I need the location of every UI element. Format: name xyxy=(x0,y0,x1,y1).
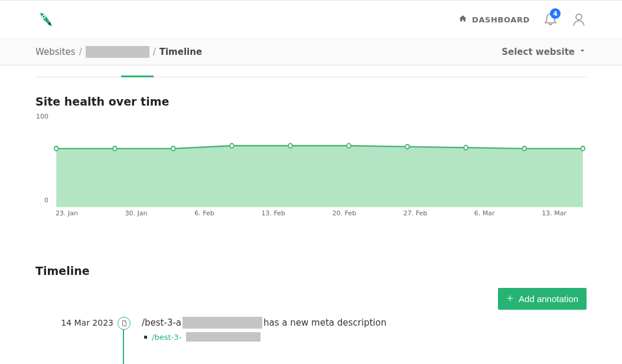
y-tick-bottom: 0 xyxy=(33,196,48,204)
x-tick: 23. Jan xyxy=(56,209,78,217)
svg-point-6 xyxy=(230,143,234,147)
chevron-down-icon xyxy=(578,47,587,57)
redacted-text xyxy=(183,317,262,329)
timeline-dot xyxy=(118,317,131,330)
sub-bar: Websites / / Timeline Select website xyxy=(0,39,622,65)
svg-point-10 xyxy=(464,146,468,150)
redacted-text xyxy=(186,332,260,342)
top-bar: DASHBOARD 4 xyxy=(0,0,622,39)
chart-title: Site health over time xyxy=(35,95,587,108)
svg-point-2 xyxy=(576,14,582,20)
breadcrumb: Websites / / Timeline xyxy=(35,46,202,58)
active-tab-indicator xyxy=(121,76,154,77)
timeline-date: 14 Mar 2023 xyxy=(37,318,113,327)
breadcrumb-site-redacted[interactable] xyxy=(86,46,149,58)
x-tick: 6. Mar xyxy=(474,209,495,217)
x-tick: 30. Jan xyxy=(125,209,148,217)
nav-dashboard[interactable]: DASHBOARD xyxy=(458,14,530,25)
x-tick: 13. Mar xyxy=(542,209,566,217)
x-tick: 20. Feb xyxy=(333,209,356,217)
app-logo[interactable] xyxy=(35,9,57,30)
breadcrumb-separator: / xyxy=(79,47,82,57)
chart-canvas xyxy=(35,113,587,207)
svg-point-5 xyxy=(171,146,175,150)
plus-icon xyxy=(506,294,514,304)
breadcrumb-leaf: Timeline xyxy=(159,47,202,57)
site-health-chart: 100 0 23. Jan30. Jan6. Feb13. Feb20. Feb… xyxy=(35,113,587,217)
home-icon xyxy=(458,14,467,25)
y-tick-top: 100 xyxy=(33,113,48,120)
timeline-entry: 14 Mar 2023 /best-3-a has a new meta des… xyxy=(124,317,587,342)
nav-dashboard-label: DASHBOARD xyxy=(472,15,530,24)
timeline-title: Timeline xyxy=(35,264,90,277)
add-annotation-label: Add annotation xyxy=(519,294,578,304)
user-menu[interactable] xyxy=(571,12,587,27)
select-website-label: Select website xyxy=(501,47,575,57)
svg-point-7 xyxy=(288,143,292,147)
timeline-entry-title[interactable]: /best-3-a has a new meta description xyxy=(142,317,587,329)
svg-point-8 xyxy=(347,143,351,147)
page-icon xyxy=(121,320,128,327)
svg-point-11 xyxy=(522,146,526,150)
x-tick: 6. Feb xyxy=(194,209,214,217)
select-website-dropdown[interactable]: Select website xyxy=(501,47,587,57)
x-tick: 27. Feb xyxy=(403,209,427,217)
user-icon xyxy=(571,12,587,27)
svg-point-9 xyxy=(405,145,409,149)
x-tick: 13. Feb xyxy=(261,209,285,217)
timeline-list: 14 Mar 2023 /best-3-a has a new meta des… xyxy=(35,317,587,364)
add-annotation-button[interactable]: Add annotation xyxy=(498,288,587,310)
tab-strip xyxy=(35,65,587,77)
svg-point-3 xyxy=(54,146,58,150)
notifications-badge: 4 xyxy=(550,8,561,19)
svg-point-4 xyxy=(113,146,117,150)
breadcrumb-separator: / xyxy=(153,47,156,57)
svg-point-12 xyxy=(581,146,585,150)
breadcrumb-root[interactable]: Websites xyxy=(35,47,76,57)
timeline-entry-link[interactable]: /best-3- xyxy=(144,332,587,342)
notifications-button[interactable]: 4 xyxy=(543,11,558,28)
